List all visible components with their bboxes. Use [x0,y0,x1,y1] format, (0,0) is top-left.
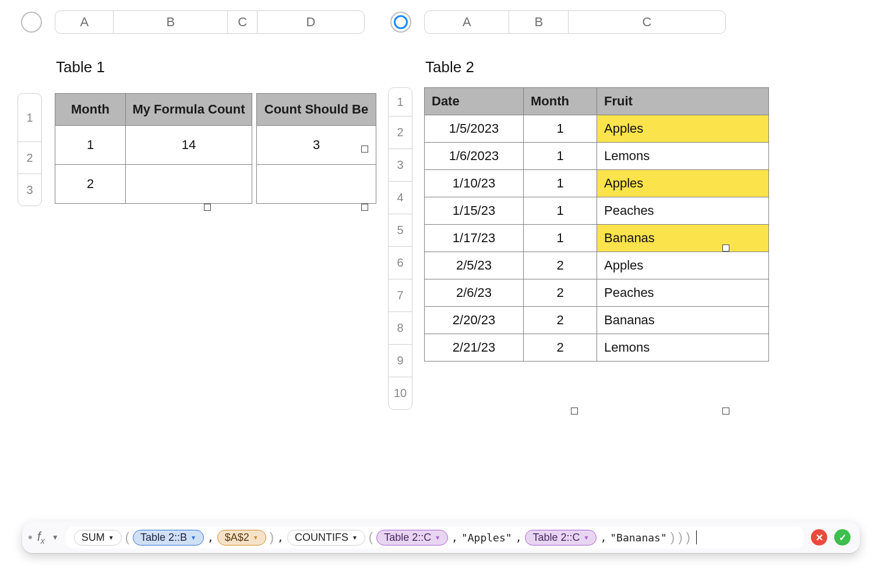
paren-open: ( [369,530,373,545]
row-header[interactable]: 3 [389,149,412,182]
table2-title[interactable]: Table 2 [425,58,474,76]
col-header-D[interactable]: D [257,11,364,33]
table-row: 1/15/23 1 Peaches [425,197,769,225]
cell[interactable]: 3 [257,126,376,165]
col-header-C[interactable]: C [569,11,725,33]
t1-header-month[interactable]: Month [55,94,126,126]
col-header-A[interactable]: A [425,11,509,33]
cell[interactable]: Peaches [597,279,769,307]
table2-select-handle[interactable] [390,12,411,33]
t2-header-date[interactable]: Date [425,88,524,115]
row-header[interactable]: 6 [389,247,412,279]
col-header-B[interactable]: B [509,11,569,33]
cell[interactable]: 2 [524,307,597,334]
col-header-C[interactable]: C [228,11,257,33]
paren-close: ) [671,530,675,545]
cell[interactable]: Apples [597,170,769,197]
cell[interactable]: 2/20/23 [425,307,524,334]
table1-column-ruler[interactable]: A B C D [55,10,365,34]
cell[interactable]: 1/5/2023 [425,115,524,143]
paren-close: ) [686,530,690,545]
t2-header-month[interactable]: Month [524,88,597,115]
col-header-B[interactable]: B [114,11,228,33]
cell[interactable]: Lemons [597,143,769,170]
formula-bar[interactable]: • fx ▼ SUM ▼ ( Table 2::B ▼ , $A$2 ▼ ) ,… [22,522,860,553]
row-header[interactable]: 7 [389,279,412,312]
comma: , [277,532,284,544]
formula-token-ref-a2[interactable]: $A$2 ▼ [217,530,266,546]
cell[interactable]: Peaches [597,197,769,225]
formula-token-ref-b[interactable]: Table 2::B ▼ [133,530,204,546]
cell[interactable]: 1 [524,143,597,170]
accept-button[interactable]: ✓ [834,529,851,546]
formula-input[interactable]: SUM ▼ ( Table 2::B ▼ , $A$2 ▼ ) , COUNTI… [66,526,804,548]
cell[interactable]: 1 [524,225,597,252]
resize-handle[interactable] [361,204,368,211]
table-row: 1/5/2023 1 Apples [425,115,769,143]
col-header-A[interactable]: A [55,11,114,33]
chevron-down-icon[interactable]: ▼ [52,533,59,541]
cell[interactable]: 1 [524,197,597,225]
t1-header-formula-count[interactable]: My Formula Count [126,94,252,126]
row-header-1[interactable]: 1 [18,94,41,142]
table1-side[interactable]: Count Should Be 3 [256,93,376,204]
cell[interactable]: 1/17/23 [425,225,524,252]
cell[interactable]: 2/21/23 [425,334,524,362]
row-header[interactable]: 2 [389,116,412,149]
row-header[interactable]: 9 [389,345,412,377]
cell[interactable]: Lemons [597,334,769,362]
resize-handle[interactable] [722,408,729,415]
cell[interactable]: 1/6/2023 [425,143,524,170]
t1-header-count-should-be[interactable]: Count Should Be [257,94,376,126]
cell[interactable]: 1/10/23 [425,170,524,197]
cell[interactable]: 1 [524,170,597,197]
resize-handle[interactable] [361,146,368,153]
table1-select-handle[interactable] [21,12,42,33]
cell[interactable]: Bananas [597,307,769,334]
cell[interactable] [257,165,376,204]
close-icon: ✕ [816,532,823,543]
cell[interactable]: 1 [524,115,597,143]
formula-token-countifs[interactable]: COUNTIFS ▼ [287,530,365,546]
cell[interactable]: 14 [126,126,252,165]
cell[interactable]: 2 [524,334,597,362]
cell[interactable]: Apples [597,252,769,279]
resize-handle[interactable] [571,408,578,415]
row-header-2[interactable]: 2 [18,142,41,174]
t2-header-fruit[interactable]: Fruit [597,88,769,115]
table2-column-ruler[interactable]: A B C [424,10,726,34]
formula-token-sum[interactable]: SUM ▼ [74,530,122,546]
cell[interactable]: 2/6/23 [425,279,524,307]
cell[interactable]: 2 [524,279,597,307]
cancel-button[interactable]: ✕ [811,529,827,546]
formula-token-ref-c1[interactable]: Table 2::C ▼ [376,530,448,546]
table-row: 1 14 [55,126,252,165]
paren-close: ) [270,530,274,545]
cell[interactable]: 2/5/23 [425,252,524,279]
table2-row-ruler[interactable]: 1 2 3 4 5 6 7 8 9 10 [388,87,412,410]
table1-title[interactable]: Table 1 [56,58,105,76]
table2-main[interactable]: Date Month Fruit 1/5/2023 1 Apples 1/6/2… [424,87,769,362]
table-row: 2/5/23 2 Apples [425,252,769,279]
cell[interactable]: 2 [55,165,126,204]
fx-icon[interactable]: fx [37,529,45,546]
cell[interactable]: Bananas [597,225,769,252]
cell[interactable]: 1/15/23 [425,197,524,225]
formula-token-ref-c2[interactable]: Table 2::C ▼ [525,530,597,546]
resize-handle[interactable] [722,245,729,252]
cell[interactable]: 1 [55,126,126,165]
row-header-3[interactable]: 3 [18,174,41,206]
cell[interactable]: Apples [597,115,769,143]
resize-handle[interactable] [204,204,211,211]
chevron-down-icon: ▼ [584,534,590,541]
cell[interactable]: 2 [524,252,597,279]
row-header[interactable]: 5 [389,214,412,247]
row-header[interactable]: 8 [389,312,412,345]
row-header[interactable]: 1 [389,88,412,116]
row-header[interactable]: 10 [389,377,412,409]
row-header[interactable]: 4 [389,182,412,214]
chevron-down-icon: ▼ [435,534,440,541]
table1-main[interactable]: Month My Formula Count 1 14 2 [55,93,252,204]
table1-row-ruler[interactable]: 1 2 3 [17,93,42,206]
cell[interactable] [126,165,252,204]
